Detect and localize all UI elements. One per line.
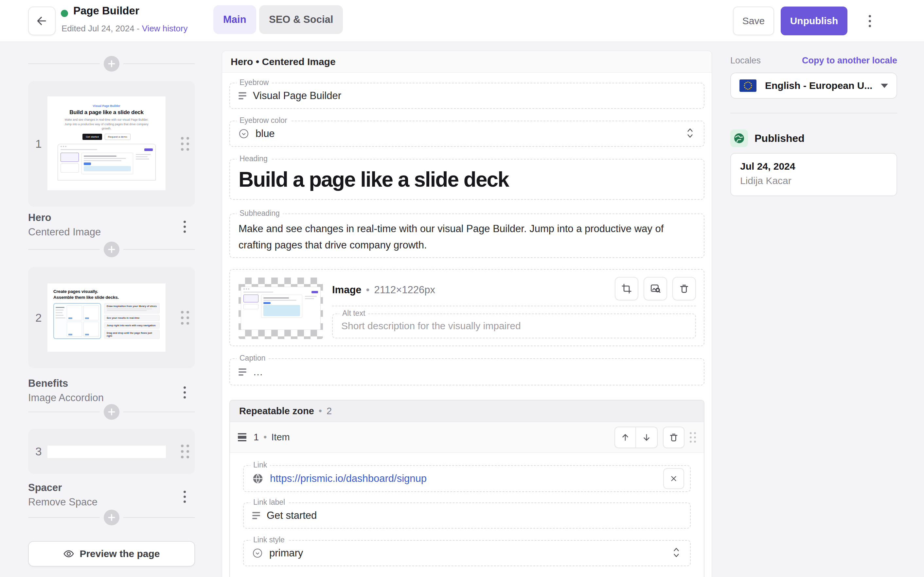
subheading-field[interactable]: Subheading Make and see changes in real-… [229,213,704,258]
add-slice-button[interactable] [104,242,120,257]
close-icon [669,474,678,483]
unpublish-button[interactable]: Unpublish [781,6,847,35]
slice-menu-button[interactable] [178,485,191,508]
thumb-screenshot-mock [53,303,101,339]
slice-editor-header: Hero • Centered Image [222,51,712,73]
item-index: 1 [254,432,259,443]
field-label: Eyebrow color [237,116,290,125]
published-version-card[interactable]: Jul 24, 2024 Lidija Kacar [730,153,897,196]
add-slice-button[interactable] [104,510,120,525]
tab-main[interactable]: Main [213,5,256,34]
caption-field[interactable]: Caption … [229,358,704,385]
crop-image-button[interactable] [615,277,638,300]
arrow-left-icon [36,15,48,27]
divider [730,113,897,113]
tab-seo-social[interactable]: SEO & Social [259,5,343,34]
link-label-field[interactable]: Link label Get started [243,503,691,529]
back-button[interactable] [28,6,56,35]
thumb-eyebrow: Visual Page Builder [93,104,120,108]
replace-image-button[interactable] [644,277,667,300]
repeatable-item-header: 1 • Item [230,422,704,453]
published-status-label: Published [754,132,804,145]
alt-text-field[interactable]: Alt text Short description for the visua… [332,314,696,338]
eyebrow-color-select[interactable]: Eyebrow color blue [229,121,704,147]
repeatable-zone-header: Repeatable zone • 2 [230,400,704,422]
edited-line: Edited Jul 24, 2024 - View history [61,24,187,34]
save-button[interactable]: Save [733,6,774,35]
heading-field[interactable]: Heading Build a page like a slide deck [229,159,704,200]
delete-image-button[interactable] [672,277,696,300]
published-date: Jul 24, 2024 [740,161,887,172]
trash-icon [669,432,678,442]
page-title: Page Builder [73,5,139,17]
image-dimensions: 2112×1226px [374,284,435,296]
plus-icon [107,408,116,416]
item-drag-handle[interactable] [690,432,696,443]
slice-menu-button[interactable] [178,215,191,238]
copy-to-locale-link[interactable]: Copy to another locale [802,56,897,66]
slice-label-spacer: Spacer Remove Space [28,482,195,508]
locale-select[interactable]: English - European U... [730,73,897,99]
slice-label-benefits: Benefits Image Accordion [28,377,195,404]
rich-text-icon [239,368,246,376]
thumb-accordion-list: Draw inspiration from your library of sl… [104,303,160,339]
preview-page-button[interactable]: Preview the page [28,541,195,567]
eyebrow-color-value: blue [255,128,275,140]
image-thumbnail[interactable] [239,277,323,339]
arrow-down-icon [641,432,651,442]
link-field[interactable]: Link https://prismic.io/dashboard/signup [243,465,691,492]
subheading-value: Make and see changes in real-time with o… [230,214,704,259]
slice-menu-button[interactable] [178,381,191,404]
slices-sidebar: 1 Visual Page Builder Build a page like … [28,42,195,577]
slice-variation: Remove Space [28,496,195,508]
slice-variation: Centered Image [28,226,195,238]
delete-item-button[interactable] [663,427,685,448]
field-label: Eyebrow [237,78,271,87]
thumb-buttons: Get started Request a demo [82,134,130,140]
alt-text-placeholder: Short description for the visually impai… [341,321,521,332]
clear-link-button[interactable] [663,468,684,489]
move-up-button[interactable] [615,427,636,448]
slice-name: Hero [28,212,195,224]
plus-icon [107,60,116,68]
move-down-button[interactable] [636,427,657,448]
field-label: Caption [237,354,268,363]
chevron-down-icon [881,84,888,88]
slice-number: 3 [36,445,42,458]
field-label: Link [250,461,270,469]
select-circle-icon [252,548,263,558]
slice-drag-handle[interactable] [181,445,189,458]
top-bar: Page Builder Edited Jul 24, 2024 - View … [0,0,924,42]
link-url[interactable]: https://prismic.io/dashboard/signup [270,473,426,485]
more-options-button[interactable] [860,8,879,33]
published-author: Lidija Kacar [740,175,887,186]
link-label-value: Get started [267,510,317,521]
slice-drag-handle[interactable] [181,137,189,151]
slice-drag-handle[interactable] [181,311,189,325]
slice-card-spacer[interactable]: 3 [28,429,195,474]
thumb-heading: Create pages visually. Assemble them lik… [53,288,160,300]
slice-thumbnail-hero: Visual Page Builder Build a page like a … [47,97,166,190]
slice-number: 1 [36,137,42,150]
add-slice-button[interactable] [104,404,120,420]
view-history-link[interactable]: View history [142,24,188,33]
link-style-select[interactable]: Link style primary [243,540,691,566]
eyebrow-field[interactable]: Eyebrow Visual Page Builder [229,83,704,109]
thumb-heading: Build a page like a slide deck [69,109,143,116]
slice-number: 2 [36,311,42,324]
plus-icon [107,245,116,254]
link-style-value: primary [269,547,303,559]
select-caret-icon [672,547,680,559]
preview-page-label: Preview the page [79,548,160,559]
crop-icon [621,284,632,294]
slice-card-benefits[interactable]: 2 Create pages visually. Assemble them l… [28,267,195,368]
slice-card-hero[interactable]: 1 Visual Page Builder Build a page like … [28,81,195,206]
eu-flag-icon [740,79,756,92]
repeatable-count: 2 [326,406,332,416]
add-slice-divider [28,510,195,525]
repeatable-zone: Repeatable zone • 2 1 • Item [229,400,704,577]
globe-icon [252,473,263,484]
document-status-dot [61,10,68,17]
add-slice-button[interactable] [104,56,120,72]
item-rows-icon [238,433,246,441]
